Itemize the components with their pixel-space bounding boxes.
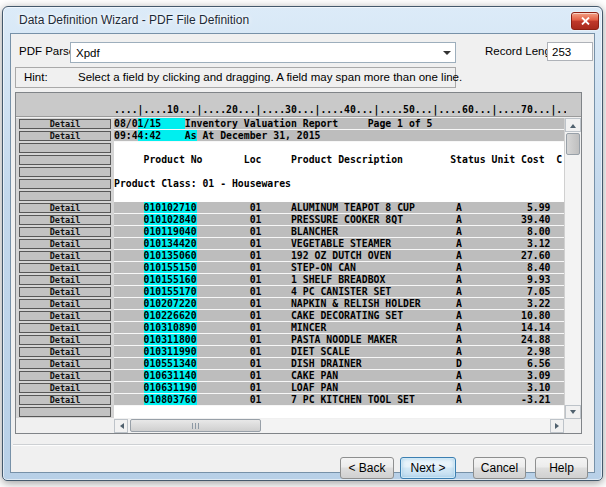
row-label-cell[interactable]: Detail xyxy=(19,359,111,369)
report-row: Detail 010155160 01 1 SHELF BREADBOX A 9… xyxy=(16,274,564,286)
close-button[interactable] xyxy=(571,12,599,30)
row-label-cell[interactable]: Detail xyxy=(19,311,111,321)
row-label-cell[interactable]: Detail xyxy=(19,395,111,405)
row-label-cell[interactable] xyxy=(19,191,111,201)
row-label-cell[interactable]: Detail xyxy=(19,371,111,381)
scroll-left-button[interactable] xyxy=(114,419,128,433)
close-icon xyxy=(581,17,590,25)
back-button[interactable]: < Back xyxy=(340,457,394,479)
report-line[interactable] xyxy=(114,406,564,418)
selected-field-highlight: 010155150 xyxy=(144,262,197,273)
report-line[interactable]: 010119040 01 BLANCHER A 8.00 xyxy=(114,226,564,238)
horizontal-scrollbar[interactable] xyxy=(114,419,564,433)
row-label-cell[interactable] xyxy=(19,143,111,153)
row-label-cell[interactable]: Detail xyxy=(19,203,111,213)
line-text: 01 STEP-ON CAN A 8.40 xyxy=(197,262,551,273)
title-bar[interactable]: Data Definition Wizard - PDF File Defini… xyxy=(3,7,602,33)
report-line[interactable]: 010631190 01 LOAF PAN A 3.10 xyxy=(114,382,564,394)
report-line[interactable]: 010310890 01 MINCER A 14.14 xyxy=(114,322,564,334)
line-text xyxy=(114,370,144,381)
report-line[interactable] xyxy=(114,142,564,154)
report-line[interactable] xyxy=(114,166,564,178)
row-label-cell[interactable]: Detail xyxy=(19,287,111,297)
vertical-scroll-thumb[interactable] xyxy=(566,133,580,155)
report-line[interactable]: 010311800 01 PASTA NOODLE MAKER A 24.88 xyxy=(114,334,564,346)
row-label-cell[interactable]: Detail xyxy=(19,299,111,309)
pdf-parser-combobox[interactable]: Xpdf xyxy=(70,42,456,63)
report-line[interactable]: 010803760 01 7 PC KITCHEN TOOL SET A -3.… xyxy=(114,394,564,406)
vertical-scrollbar[interactable] xyxy=(564,118,580,419)
scroll-up-button[interactable] xyxy=(565,118,581,132)
row-label-cell[interactable]: Detail xyxy=(19,263,111,273)
line-text: 01 BLANCHER A 8.00 xyxy=(197,226,551,237)
selected-field-highlight: 010102840 xyxy=(144,214,197,225)
line-text: Product Class: 01 - Housewares xyxy=(114,178,291,189)
line-text xyxy=(114,250,144,261)
line-text: 01 PRESSURE COOKER 8QT A 39.40 xyxy=(197,214,551,225)
row-label-cell[interactable]: Detail xyxy=(19,251,111,261)
help-button[interactable]: Help xyxy=(535,457,588,479)
next-button[interactable]: Next > xyxy=(400,457,456,479)
report-line[interactable]: 010631140 01 CAKE PAN A 3.09 xyxy=(114,370,564,382)
report-line[interactable]: 010102710 01 ALUMINUM TEAPOT 8 CUP A 5.9… xyxy=(114,202,564,214)
row-label-cell[interactable]: Detail xyxy=(19,215,111,225)
report-line[interactable]: 010226620 01 CAKE DECORATING SET A 10.80 xyxy=(114,310,564,322)
line-text: 01 NAPKIN & RELISH HOLDER A 3.22 xyxy=(197,298,551,309)
arrow-left-icon xyxy=(117,423,124,429)
line-text: 01 LOAF PAN A 3.10 xyxy=(197,382,551,393)
selected-field-highlight: 010102710 xyxy=(144,202,197,213)
horizontal-scroll-thumb[interactable] xyxy=(130,419,261,432)
report-line[interactable]: 010155170 01 4 PC CANISTER SET A 7.05 xyxy=(114,286,564,298)
selected-field-highlight: 010155160 xyxy=(144,274,197,285)
cancel-button[interactable]: Cancel xyxy=(473,457,526,479)
report-row: Detail 010102840 01 PRESSURE COOKER 8QT … xyxy=(16,214,564,226)
ruler-band: ....|....10...|....20...|....30...|....4… xyxy=(16,93,581,117)
row-label-cell[interactable]: Detail xyxy=(19,131,111,141)
line-text xyxy=(114,214,144,225)
row-label-cell[interactable]: Detail xyxy=(19,383,111,393)
report-row: Detail 010226620 01 CAKE DECORATING SET … xyxy=(16,310,564,322)
row-label-cell[interactable] xyxy=(19,167,111,177)
report-line[interactable]: 09:44:42 As At December 31, 2015 xyxy=(114,130,564,142)
report-row: Product Class: 01 - Housewares xyxy=(16,178,564,190)
row-label-cell[interactable]: Detail xyxy=(19,275,111,285)
report-line[interactable] xyxy=(114,190,564,202)
record-length-input[interactable] xyxy=(547,42,593,61)
row-label-cell[interactable] xyxy=(19,155,111,165)
report-line[interactable]: Product No Loc Product Description Statu… xyxy=(114,154,564,166)
report-line[interactable]: 010135060 01 192 OZ DUTCH OVEN A 27.60 xyxy=(114,250,564,262)
report-row: Detail 010102710 01 ALUMINUM TEAPOT 8 CU… xyxy=(16,202,564,214)
dialog-content: PDF Parser Xpdf Record Length Hint: Sele… xyxy=(10,33,595,473)
row-label-cell[interactable]: Detail xyxy=(19,323,111,333)
report-row: Detail 010119040 01 BLANCHER A 8.00 xyxy=(16,226,564,238)
window-title: Data Definition Wizard - PDF File Defini… xyxy=(19,13,249,27)
line-text: 01 4 PC CANISTER SET A 7.05 xyxy=(197,286,551,297)
scroll-right-button[interactable] xyxy=(550,419,564,433)
row-label-cell[interactable]: Detail xyxy=(19,119,111,129)
chevron-down-icon[interactable] xyxy=(439,47,455,59)
row-label-cell[interactable]: Detail xyxy=(19,347,111,357)
report-line[interactable]: 010155160 01 1 SHELF BREADBOX A 9.93 xyxy=(114,274,564,286)
report-line[interactable]: 010102840 01 PRESSURE COOKER 8QT A 39.40 xyxy=(114,214,564,226)
row-label-cell[interactable] xyxy=(19,179,111,189)
report-line[interactable]: Product Class: 01 - Housewares xyxy=(114,178,564,190)
selected-field-highlight: 010135060 xyxy=(144,250,197,261)
scroll-down-button[interactable] xyxy=(565,405,581,419)
report-line[interactable]: 08/01/15 Inventory Valuation Report Page… xyxy=(114,118,564,130)
report-line[interactable]: 010155150 01 STEP-ON CAN A 8.40 xyxy=(114,262,564,274)
report-line[interactable]: 010551340 01 DISH DRAINER D 6.56 xyxy=(114,358,564,370)
row-label-cell[interactable]: Detail xyxy=(19,239,111,249)
report-line[interactable]: 010311990 01 DIET SCALE A 2.98 xyxy=(114,346,564,358)
report-row: Detail 010803760 01 7 PC KITCHEN TOOL SE… xyxy=(16,394,564,406)
line-text xyxy=(114,382,144,393)
line-text: 01 CAKE PAN A 3.09 xyxy=(197,370,551,381)
row-label-cell[interactable] xyxy=(19,407,111,417)
line-text: 01 CAKE DECORATING SET A 10.80 xyxy=(197,310,551,321)
arrow-up-icon xyxy=(570,121,576,128)
report-line[interactable]: 010207220 01 NAPKIN & RELISH HOLDER A 3.… xyxy=(114,298,564,310)
row-label-cell[interactable]: Detail xyxy=(19,227,111,237)
report-line[interactable]: 010134420 01 VEGETABLE STEAMER A 3.12 xyxy=(114,238,564,250)
row-label-cell[interactable]: Detail xyxy=(19,335,111,345)
line-text: 01 VEGETABLE STEAMER A 3.12 xyxy=(197,238,551,249)
report-row: Detail 010631140 01 CAKE PAN A 3.09 xyxy=(16,370,564,382)
